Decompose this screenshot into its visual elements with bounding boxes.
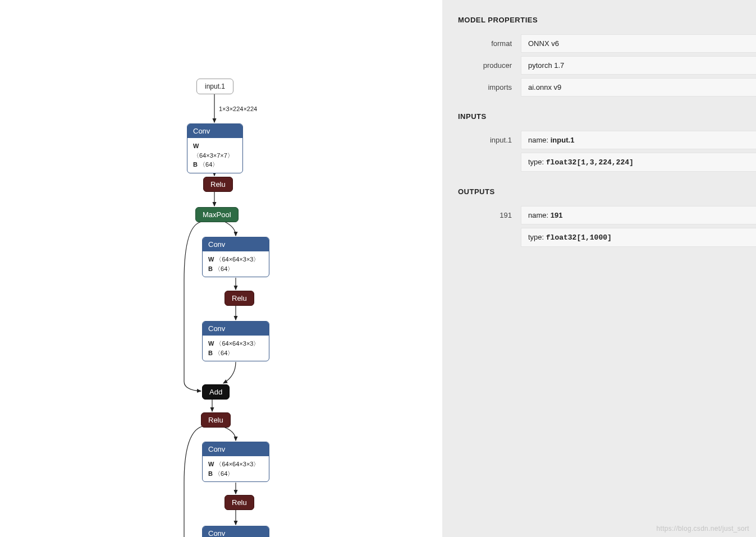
property-value[interactable]: ONNX v6 [521,34,756,53]
tensor-shape-label: 1×3×224×224 [219,105,257,112]
conv-title: Conv [203,526,269,537]
conv-title: Conv [203,442,269,456]
input-type-value[interactable]: type: float32[1,3,224,224] [521,153,756,172]
relu-label: Relu [232,294,247,302]
watermark: https://blog.csdn.net/just_sort [657,525,749,533]
model-properties-heading: MODEL PROPERTIES [458,16,756,24]
conv-node-4[interactable]: Conv W 〈64×64×3×3〉 B 〈64〉 [202,442,269,482]
maxpool-node[interactable]: MaxPool [195,207,239,222]
output-type-value[interactable]: type: float32[1,1000] [521,228,756,247]
conv-node-5[interactable]: Conv [202,526,269,537]
graph-canvas[interactable]: input.1 1×3×224×224 Conv W 〈64×3×7×7〉 B … [0,0,442,537]
conv-title: Conv [203,322,269,336]
property-row-format: format ONNX v6 [458,34,756,53]
conv-title: Conv [203,237,269,251]
conv-w: 〈64×64×3×3〉 [216,461,259,467]
input-row-name: input.1 name: input.1 [458,131,756,149]
relu-label: Relu [210,180,226,189]
input-name-value[interactable]: name: input.1 [521,131,756,149]
property-row-producer: producer pytorch 1.7 [458,56,756,75]
properties-panel: MODEL PROPERTIES format ONNX v6 producer… [442,0,756,537]
conv-node-1[interactable]: Conv W 〈64×3×7×7〉 B 〈64〉 [187,123,243,173]
relu-node-1[interactable]: Relu [203,177,233,192]
relu-label: Relu [232,498,247,507]
property-value[interactable]: ai.onnx v9 [521,78,756,97]
conv-w: 〈64×64×3×3〉 [216,256,259,263]
output-name-value[interactable]: name: 191 [521,206,756,224]
conv-b: 〈64〉 [214,470,233,477]
conv-node-3[interactable]: Conv W 〈64×64×3×3〉 B 〈64〉 [202,321,269,361]
output-label: 191 [458,211,521,219]
input-node[interactable]: input.1 [196,79,233,94]
property-row-imports: imports ai.onnx v9 [458,78,756,97]
conv-b: 〈64〉 [214,350,233,356]
output-row-type: type: float32[1,1000] [458,228,756,247]
relu-node-2[interactable]: Relu [224,291,254,306]
outputs-heading: OUTPUTS [458,187,756,196]
relu-node-4[interactable]: Relu [224,495,254,510]
conv-b: 〈64〉 [199,161,218,168]
relu-label: Relu [208,416,223,424]
property-label: format [458,39,521,48]
conv-title: Conv [187,124,242,138]
inputs-heading: INPUTS [458,112,756,121]
relu-node-3[interactable]: Relu [201,412,231,428]
add-label: Add [209,388,222,396]
add-node[interactable]: Add [202,384,230,400]
input-row-type: type: float32[1,3,224,224] [458,153,756,172]
conv-node-2[interactable]: Conv W 〈64×64×3×3〉 B 〈64〉 [202,237,269,277]
output-row-name: 191 name: 191 [458,206,756,224]
conv-w: 〈64×64×3×3〉 [216,340,259,347]
property-label: imports [458,83,521,91]
maxpool-label: MaxPool [203,210,231,219]
input-label: input.1 [458,136,521,144]
property-label: producer [458,61,521,70]
conv-b: 〈64〉 [214,265,233,272]
conv-w: 〈64×3×7×7〉 [193,152,233,159]
input-node-label: input.1 [205,82,225,90]
property-value[interactable]: pytorch 1.7 [521,56,756,75]
